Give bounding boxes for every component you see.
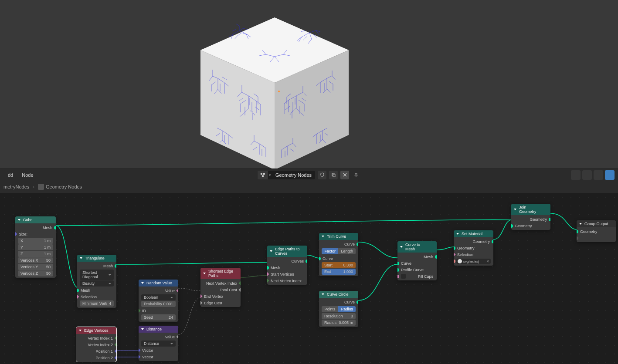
node-header[interactable]: Join Geometry — [511, 204, 550, 215]
node-header[interactable]: Curve to Mesh — [397, 241, 437, 253]
material-preview-icon — [458, 259, 462, 263]
node-cube[interactable]: Cube Mesh Size: X1 m Y1 m Z1 m Vertices … — [15, 216, 56, 278]
field-z[interactable]: Z1 m — [18, 251, 53, 257]
node-header[interactable]: Group Output — [577, 220, 616, 227]
node-header[interactable]: Trim Curve — [319, 233, 358, 240]
field-probability[interactable]: Probability0.001 — [141, 301, 176, 307]
toggle-mode[interactable]: Points Radius — [322, 306, 356, 312]
node-set-material[interactable]: Set Material Geometry Geometry Selection… — [454, 230, 493, 266]
node-distance[interactable]: Distance Value Distance Vector Vector — [139, 326, 178, 361]
node-header[interactable]: Set Material — [454, 230, 493, 237]
menu-add[interactable]: dd — [3, 171, 17, 179]
cube-render — [187, 9, 362, 169]
copy-icon[interactable] — [329, 171, 338, 179]
select-mode[interactable]: Distance — [141, 340, 176, 347]
chevron-right-icon: › — [33, 184, 34, 189]
node-editor-header: dd Node ▾ Geometry Nodes — [0, 169, 618, 181]
checkbox-fillcaps[interactable] — [401, 274, 406, 279]
node-header[interactable]: Curve Circle — [319, 291, 358, 298]
field-min[interactable]: Minimum Verti4 — [80, 300, 114, 307]
viewport-3d[interactable] — [0, 0, 618, 169]
header-btn-3[interactable] — [594, 170, 603, 180]
shield-icon[interactable] — [318, 171, 326, 179]
field-resolution[interactable]: Resolution3 — [322, 313, 356, 319]
node-group-output[interactable]: Group Output Geometry — [577, 220, 616, 242]
svg-rect-4 — [261, 173, 262, 175]
node-tree-name[interactable]: Geometry Nodes — [272, 172, 315, 178]
node-header[interactable]: Distance — [139, 326, 178, 333]
svg-rect-6 — [262, 175, 264, 177]
select-quad[interactable]: Shortest Diagonal — [80, 270, 114, 280]
field-radius[interactable]: Radius0.005 m — [322, 320, 356, 326]
node-join-geometry[interactable]: Join Geometry Geometry Geometry — [511, 204, 550, 230]
node-header[interactable]: Edge Paths to Curves — [267, 246, 307, 257]
field-vz[interactable]: Vertices Z50 — [18, 270, 53, 276]
node-edge-paths-to-curves[interactable]: Edge Paths to Curves Curves Mesh Start V… — [267, 246, 307, 285]
node-header[interactable]: Shortest Edge Paths — [200, 268, 241, 279]
node-header[interactable]: Edge Vertices — [76, 327, 116, 334]
pin-icon[interactable] — [352, 171, 360, 179]
field-y[interactable]: Y1 m — [18, 244, 53, 250]
node-header[interactable]: Cube — [15, 216, 56, 223]
node-edge-vertices[interactable]: Edge Vertices Vertex Index 1 Vertex Inde… — [76, 327, 116, 362]
node-header[interactable]: Triangulate — [77, 255, 116, 262]
svg-point-3 — [278, 91, 280, 92]
field-vy[interactable]: Vertices Y50 — [18, 264, 53, 270]
node-tree-selector[interactable]: ▾ Geometry Nodes — [258, 171, 315, 179]
field-start[interactable]: Start0.300 — [322, 262, 356, 268]
close-icon[interactable]: ✕ — [486, 260, 489, 263]
node-triangulate[interactable]: Triangulate Mesh Shortest Diagonal Beaut… — [77, 255, 116, 308]
node-canvas[interactable]: Cube Mesh Size: X1 m Y1 m Z1 m Vertices … — [0, 193, 618, 364]
breadcrumb-parent[interactable]: metryNodes — [3, 184, 29, 189]
node-curve-circle[interactable]: Curve Circle Curve Points Radius Resolut… — [319, 291, 358, 327]
material-selector[interactable]: svghadasj ✕ — [456, 259, 491, 264]
field-vx[interactable]: Vertices X50 — [18, 257, 53, 263]
svg-rect-8 — [333, 174, 335, 177]
node-tree-icon — [258, 171, 268, 179]
breadcrumb-current[interactable]: Geometry Nodes — [46, 184, 82, 189]
header-btn-4[interactable] — [605, 170, 615, 180]
select-type[interactable]: Boolean — [141, 294, 176, 300]
toggle-mode[interactable]: Factor Length — [322, 248, 356, 254]
svg-rect-5 — [263, 173, 265, 175]
menu-node[interactable]: Node — [17, 171, 37, 179]
node-random-value[interactable]: Random Value Value Boolean Probability0.… — [139, 280, 178, 322]
select-ngon[interactable]: Beauty — [80, 280, 114, 286]
node-header[interactable]: Random Value — [139, 280, 178, 286]
header-btn-2[interactable] — [582, 170, 592, 180]
unlink-button[interactable] — [340, 171, 349, 179]
node-tree-icon — [38, 184, 44, 190]
field-seed[interactable]: Seed24 — [141, 314, 176, 320]
breadcrumb: metryNodes › Geometry Nodes — [0, 181, 618, 193]
node-shortest-edge-paths[interactable]: Shortest Edge Paths Next Vertex Index To… — [200, 268, 241, 307]
field-x[interactable]: X1 m — [18, 238, 53, 244]
node-curve-to-mesh[interactable]: Curve to Mesh Mesh Curve Profile Curve F… — [397, 241, 437, 280]
field-end[interactable]: End1.000 — [322, 269, 356, 275]
header-btn-1[interactable] — [571, 170, 581, 180]
node-trim-curve[interactable]: Trim Curve Curve Factor Length Curve Sta… — [319, 233, 358, 276]
